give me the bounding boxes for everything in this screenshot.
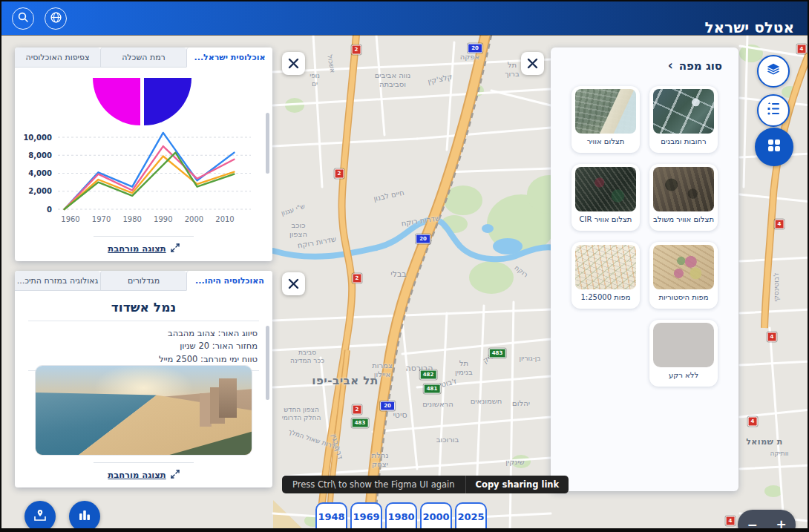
map-type-thumbnail-combined	[653, 167, 714, 211]
legend-button[interactable]	[757, 94, 790, 127]
expand-arrows-icon	[171, 467, 180, 482]
tab-lighthouse-2[interactable]: גאולוגיה במזרח התיכ...	[15, 271, 100, 291]
expand-view-label: תצוגה מורחבת	[108, 243, 166, 254]
bar-chart-icon	[78, 508, 91, 525]
close-panel-button[interactable]	[282, 272, 305, 295]
map-type-thumbnail-historic	[653, 245, 714, 289]
svg-text:1970: 1970	[92, 215, 111, 223]
map-type-card-streets[interactable]: רחובות ומבנים	[649, 86, 718, 153]
year-button-1969[interactable]: 1969	[350, 502, 382, 532]
svg-text:2010: 2010	[215, 215, 234, 223]
route-shield-483: 483	[352, 418, 369, 428]
tab-population-0[interactable]: אוכלוסית ישראל...	[186, 47, 272, 68]
timeline-years: 19481969198020002025	[315, 502, 487, 532]
map-type-label: מפות היסטוריות	[658, 293, 708, 301]
population-panel-tabs: אוכלוסית ישראל...רמת השכלהצפיפות האוכלוס…	[15, 47, 272, 68]
route-shield-4: 4	[726, 516, 736, 526]
expand-view-label: תצוגה מורחבת	[108, 470, 166, 480]
map-type-card-none[interactable]: ללא רקע	[649, 320, 718, 387]
route-shield-483: 483	[489, 349, 506, 358]
map-type-grid: רחובות ומבניםתצלום אווירתצלום אוויר משול…	[551, 77, 738, 387]
locate-on-map-button[interactable]	[24, 501, 56, 532]
route-shield-2: 2	[353, 405, 362, 415]
year-button-1948[interactable]: 1948	[315, 502, 347, 532]
layers-button[interactable]	[757, 55, 790, 88]
population-chart: 02,0004,0008,00010,000196019701980199020…	[15, 68, 272, 246]
map-type-card-aerial[interactable]: תצלום אוויר	[571, 86, 640, 153]
svg-text:1990: 1990	[154, 215, 172, 223]
tab-lighthouse-1[interactable]: מגדלורים	[100, 271, 186, 291]
divider	[28, 321, 259, 321]
feature-photo	[35, 365, 252, 456]
tab-lighthouse-0[interactable]: האוכלוסיה היהו...	[186, 271, 272, 291]
map-type-card-historic[interactable]: מפות היסטוריות	[649, 242, 718, 309]
feature-detail-line: מחזור האור: 20 שניון	[30, 340, 258, 352]
map-type-thumbnail-topo	[575, 245, 636, 289]
route-shield-20: 20	[380, 401, 395, 411]
route-shield-2: 2	[335, 169, 344, 179]
svg-text:0: 0	[47, 206, 52, 214]
zoom-out-button[interactable]: −	[741, 517, 763, 532]
map-type-label: מפות 1:25000	[580, 293, 630, 301]
map-type-label: ללא רקע	[669, 371, 698, 379]
map-marker-icon	[33, 508, 48, 525]
route-shield-4: 4	[767, 332, 777, 342]
svg-text:2,000: 2,000	[28, 187, 52, 195]
scrollbar-thumb[interactable]	[266, 326, 269, 400]
population-panel: אוכלוסית ישראל...רמת השכלהצפיפות האוכלוס…	[15, 47, 272, 261]
year-button-2000[interactable]: 2000	[420, 502, 452, 532]
globe-icon	[50, 11, 62, 26]
legend-list-icon	[766, 102, 781, 119]
svg-text:1980: 1980	[122, 215, 141, 223]
search-button[interactable]	[12, 7, 34, 30]
svg-text:1960: 1960	[61, 215, 79, 223]
figma-toast: Press Ctrl\ to show the Figma UI again C…	[282, 476, 569, 493]
chevron-collapse-icon[interactable]: ›	[668, 59, 673, 72]
zoom-in-button[interactable]: +	[770, 517, 792, 532]
language-globe-button[interactable]	[45, 7, 67, 30]
route-shield-482: 482	[420, 370, 437, 380]
search-icon	[17, 11, 29, 25]
map-type-header: סוג מפה ›	[551, 47, 738, 77]
tab-population-1[interactable]: רמת השכלה	[100, 47, 186, 68]
close-panel-button[interactable]	[521, 52, 544, 75]
copy-sharing-link-button[interactable]: Copy sharing link	[465, 476, 569, 493]
map-type-thumbnail-aerial	[575, 89, 636, 134]
apps-grid-button[interactable]	[755, 128, 793, 166]
route-shield-2: 2	[352, 45, 361, 55]
expand-view-link[interactable]: תצוגה מורחבת	[94, 462, 194, 483]
feature-title: נמל אשדוד	[15, 300, 272, 315]
lighthouse-panel: האוכלוסיה היהו...מגדלוריםגאולוגיה במזרח …	[15, 271, 272, 487]
tab-population-2[interactable]: צפיפות האוכלוסיה	[15, 47, 100, 68]
svg-text:8,000: 8,000	[28, 151, 52, 160]
map-type-card-cir[interactable]: תצלום אוויר CIR	[571, 164, 640, 231]
apps-grid-icon	[767, 138, 782, 156]
route-shield-4: 4	[775, 220, 785, 229]
map-type-thumbnail-cir	[575, 167, 636, 211]
route-shield-20: 20	[416, 234, 430, 244]
map-type-title: סוג מפה	[679, 59, 722, 73]
scrollbar-thumb[interactable]	[266, 113, 269, 174]
svg-text:10,000: 10,000	[23, 134, 52, 142]
year-button-1980[interactable]: 1980	[385, 502, 417, 532]
map-type-label: תצלום אוויר CIR	[580, 215, 632, 223]
close-panel-button[interactable]	[282, 52, 305, 75]
map-type-card-topo[interactable]: מפות 1:25000	[571, 242, 640, 309]
route-shield-4: 4	[748, 417, 758, 427]
year-button-2025[interactable]: 2025	[455, 502, 487, 532]
route-shield-481: 481	[424, 384, 441, 394]
expand-view-link[interactable]: תצוגה מורחבת	[94, 236, 194, 257]
svg-text:4,000: 4,000	[28, 169, 52, 177]
feature-detail-line: סיווג האור: צהוב מהבהב	[30, 327, 258, 340]
map-type-label: רחובות ומבנים	[661, 137, 706, 145]
route-shield-2: 2	[353, 274, 362, 283]
figma-toast-message: Press Ctrl\ to show the Figma UI again	[282, 479, 465, 490]
feature-details: סיווג האור: צהוב מהבהבמחזור האור: 20 שני…	[15, 327, 272, 366]
route-shield-4: 4	[797, 45, 807, 54]
map-zoom-controls: − +	[738, 510, 796, 532]
map-type-label: תצלום אוויר	[587, 137, 625, 145]
map-type-thumbnail-none	[653, 323, 714, 367]
statistics-button[interactable]	[69, 501, 100, 532]
top-bar: אטלס ישראל	[1, 1, 808, 35]
map-type-card-combined[interactable]: תצלום אוויר משולב	[649, 164, 718, 231]
